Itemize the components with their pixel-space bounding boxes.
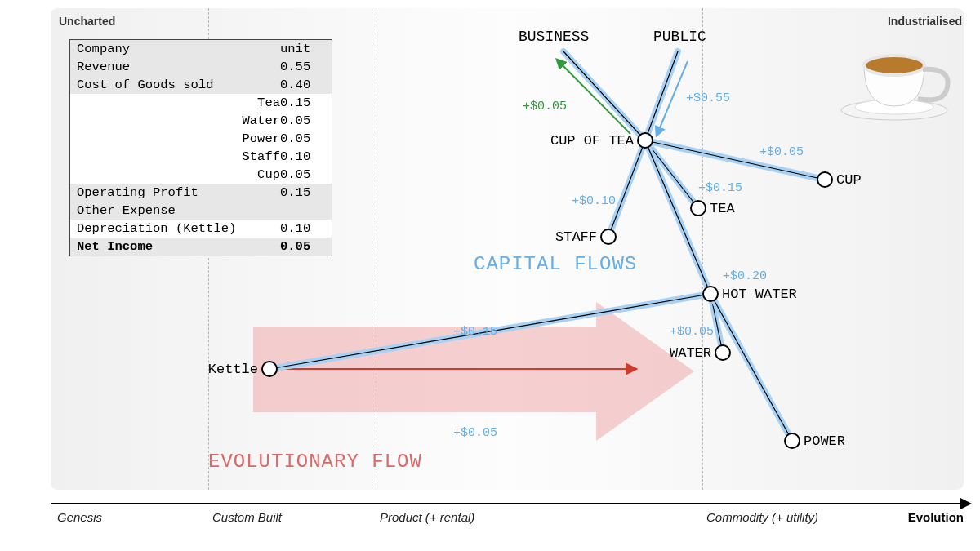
pl-row: Power0.05: [70, 130, 332, 148]
pl-header: Company unit: [70, 40, 332, 58]
pl-row: Water0.05: [70, 112, 332, 130]
pl-row: Other Expense: [70, 202, 332, 220]
teacup-image: [833, 29, 964, 127]
pl-row: Tea0.15: [70, 94, 332, 112]
pl-row-value: 0.05: [280, 131, 325, 146]
node-label-staff: STAFF: [555, 229, 597, 245]
node-label-water: WATER: [670, 345, 711, 361]
node-tea: [690, 200, 706, 216]
node-label-kettle: Kettle: [208, 362, 258, 377]
corner-uncharted: Uncharted: [59, 15, 115, 28]
pl-row-label: Operating Profit: [77, 185, 280, 200]
anchor-business: BUSINESS: [519, 29, 589, 45]
pl-row-label: Net Income: [77, 239, 280, 254]
pl-row-value: 0.05: [280, 239, 325, 254]
pl-row-value: 0.05: [280, 113, 325, 128]
node-label-tea: TEA: [710, 201, 735, 216]
flow-cost-hot_water-power: +$0.05: [453, 426, 497, 440]
evolution-axis-arrow: [960, 498, 972, 509]
anchor-public: PUBLIC: [653, 29, 706, 45]
heading-capital-flows: CAPITAL FLOWS: [474, 253, 637, 275]
evolution-axis: [51, 503, 964, 504]
node-kettle: [261, 361, 278, 377]
pl-header-right: unit: [280, 42, 325, 56]
flow-cost-cup_of_tea-staff: +$0.10: [572, 194, 616, 208]
pl-row-value: 0.10: [280, 221, 325, 236]
node-cup: [817, 171, 833, 188]
pl-row: Operating Profit0.15: [70, 184, 332, 202]
flow-cost-cup_of_tea-cup: +$0.05: [760, 145, 804, 159]
phase-divider-2: [376, 8, 376, 490]
pl-row: Net Income0.05: [70, 238, 332, 256]
axis-phase-commodity: Commodity (+ utility): [706, 510, 818, 524]
node-water: [715, 344, 731, 361]
corner-industrialised: Industrialised: [888, 15, 962, 28]
pl-table: Company unit Revenue0.55Cost of Goods so…: [69, 39, 332, 256]
heading-evolutionary-flow: EVOLUTIONARY FLOW: [208, 451, 422, 473]
phase-divider-3: [702, 8, 703, 490]
flow-cost-cup_of_tea-tea: +$0.15: [698, 181, 742, 195]
node-cup_of_tea: [637, 132, 653, 149]
pl-header-left: Company: [77, 42, 280, 56]
pl-row-value: [280, 203, 325, 218]
pl-row-value: 0.40: [280, 78, 325, 92]
pl-row: Revenue0.55: [70, 58, 332, 76]
axis-phase-genesis: Genesis: [57, 510, 102, 524]
pl-row-label: Depreciation (Kettle): [77, 221, 280, 236]
flow-cost-hot_water-kettle: +$0.15: [453, 325, 497, 339]
node-label-cup: CUP: [836, 172, 862, 188]
pl-row-value: 0.15: [280, 96, 325, 110]
pl-row-value: 0.05: [280, 167, 325, 182]
pl-row-label: Tea: [160, 96, 280, 110]
node-power: [784, 433, 800, 449]
pl-row-label: Cup: [160, 167, 280, 182]
pl-row-value: 0.10: [280, 149, 325, 164]
pl-row-value: 0.55: [280, 60, 325, 74]
pl-row-label: Power: [160, 131, 280, 146]
node-label-hot_water: HOT WATER: [722, 287, 797, 302]
flow-cost-cup_of_tea-hot_water: +$0.20: [723, 269, 767, 283]
axis-phase-product: Product (+ rental): [380, 510, 474, 524]
node-label-power: POWER: [804, 433, 845, 449]
pl-row-label: Cost of Goods sold: [77, 78, 280, 92]
pl-row-label: Other Expense: [77, 203, 280, 218]
node-label-cup_of_tea: CUP OF TEA: [550, 133, 634, 149]
pl-row: Cost of Goods sold0.40: [70, 76, 332, 94]
pl-row-value: 0.15: [280, 185, 325, 200]
pl-row: Depreciation (Kettle)0.10: [70, 220, 332, 238]
pl-row-label: Revenue: [77, 60, 280, 74]
pl-row: Cup0.05: [70, 166, 332, 184]
node-staff: [600, 229, 617, 245]
flow-cost-public_in: +$0.55: [686, 91, 730, 105]
pl-row-label: Water: [160, 113, 280, 128]
pl-row-label: Staff: [160, 149, 280, 164]
node-hot_water: [702, 286, 719, 302]
flow-cost-hot_water-water: +$0.05: [670, 325, 714, 339]
axis-phase-custom: Custom Built: [212, 510, 282, 524]
axis-title: Evolution: [908, 510, 964, 524]
flow-cost-business_out: +$0.05: [523, 100, 567, 113]
pl-row: Staff0.10: [70, 148, 332, 166]
